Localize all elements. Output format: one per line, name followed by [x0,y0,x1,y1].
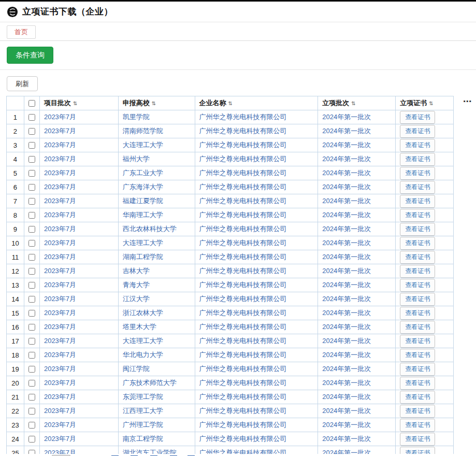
university-cell[interactable]: 福建江夏学院 [119,194,195,208]
approval-batch-cell[interactable]: 2024年第一批次 [318,362,396,376]
row-checkbox[interactable] [28,254,35,261]
project-batch-cell[interactable]: 2023年7月 [40,180,119,194]
view-certificate-button[interactable]: 查看证书 [400,111,435,124]
university-cell[interactable]: 东莞理工学院 [119,390,195,404]
row-checkbox[interactable] [28,184,35,191]
row-checkbox[interactable] [28,352,35,359]
approval-batch-cell[interactable]: 2024年第一批次 [318,292,396,306]
company-cell[interactable]: 广州华之尊光电科技有限公司 [195,292,319,306]
approval-batch-cell[interactable]: 2024年第一批次 [318,418,396,432]
view-certificate-button[interactable]: 查看证书 [400,349,435,362]
approval-batch-cell[interactable]: 2024年第一批次 [318,250,396,264]
header-university[interactable]: 申报高校 ⇅ [119,96,195,110]
university-cell[interactable]: 塔里木大学 [119,320,195,334]
row-checkbox[interactable] [28,296,35,303]
row-checkbox[interactable] [28,394,35,401]
view-certificate-button[interactable]: 查看证书 [400,125,435,138]
view-certificate-button[interactable]: 查看证书 [400,139,435,152]
row-checkbox[interactable] [28,156,35,163]
project-batch-cell[interactable]: 2023年7月 [40,376,119,390]
row-checkbox[interactable] [28,310,35,317]
row-checkbox[interactable] [28,212,35,219]
company-cell[interactable]: 广州华之尊光电科技有限公司 [195,362,319,376]
view-certificate-button[interactable]: 查看证书 [400,335,435,348]
view-certificate-button[interactable]: 查看证书 [400,195,435,208]
company-cell[interactable]: 广州华之尊光电科技有限公司 [195,152,319,166]
university-cell[interactable]: 广州理工学院 [119,418,195,432]
refresh-button[interactable]: 刷新 [7,76,38,91]
project-batch-cell[interactable]: 2023年7月 [40,334,119,348]
approval-batch-cell[interactable]: 2024年第一批次 [318,348,396,362]
university-cell[interactable]: 吉林大学 [119,264,195,278]
project-batch-cell[interactable]: 2023年7月 [40,306,119,320]
view-certificate-button[interactable]: 查看证书 [400,321,435,334]
university-cell[interactable]: 华南理工大学 [119,208,195,222]
view-certificate-button[interactable]: 查看证书 [400,279,435,292]
approval-batch-cell[interactable]: 2024年第一批次 [318,180,396,194]
approval-batch-cell[interactable]: 2024年第一批次 [318,124,396,138]
university-cell[interactable]: 渭南师范学院 [119,124,195,138]
header-company[interactable]: 企业名称 ⇅ [195,96,319,110]
project-batch-cell[interactable]: 2023年7月 [40,432,119,446]
project-batch-cell[interactable]: 2023年7月 [40,362,119,376]
sort-icon[interactable]: ⇅ [73,101,77,106]
project-batch-cell[interactable]: 2023年7月 [40,320,119,334]
company-cell[interactable]: 广州华之尊光电科技有限公司 [195,334,319,348]
company-cell[interactable]: 广州华之尊光电科技有限公司 [195,404,319,418]
view-certificate-button[interactable]: 查看证书 [400,251,435,264]
view-certificate-button[interactable]: 查看证书 [400,223,435,236]
view-certificate-button[interactable]: 查看证书 [400,181,435,194]
view-certificate-button[interactable]: 查看证书 [400,265,435,278]
approval-batch-cell[interactable]: 2024年第一批次 [318,376,396,390]
university-cell[interactable]: 西北农林科技大学 [119,222,195,236]
sort-icon[interactable]: ⇅ [429,101,433,106]
project-batch-cell[interactable]: 2023年7月 [40,138,119,152]
approval-batch-cell[interactable]: 2024年第一批次 [318,390,396,404]
project-batch-cell[interactable]: 2023年7月 [40,250,119,264]
row-checkbox[interactable] [28,198,35,205]
university-cell[interactable]: 广东海洋大学 [119,180,195,194]
project-batch-cell[interactable]: 2023年7月 [40,124,119,138]
company-cell[interactable]: 广州华之尊光电科技有限公司 [195,306,319,320]
approval-batch-cell[interactable]: 2024年第一批次 [318,208,396,222]
view-certificate-button[interactable]: 查看证书 [400,153,435,166]
view-certificate-button[interactable]: 查看证书 [400,405,435,418]
project-batch-cell[interactable]: 2023年7月 [40,292,119,306]
view-certificate-button[interactable]: 查看证书 [400,307,435,320]
row-checkbox[interactable] [28,380,35,387]
university-cell[interactable]: 福州大学 [119,152,195,166]
company-cell[interactable]: 广州华之尊光电科技有限公司 [195,390,319,404]
row-checkbox[interactable] [28,170,35,177]
project-batch-cell[interactable]: 2023年7月 [40,222,119,236]
approval-batch-cell[interactable]: 2024年第一批次 [318,278,396,292]
approval-batch-cell[interactable]: 2024年第一批次 [318,152,396,166]
university-cell[interactable]: 广东工业大学 [119,166,195,180]
sort-icon[interactable]: ⇅ [351,101,355,106]
approval-batch-cell[interactable]: 2024年第一批次 [318,306,396,320]
approval-batch-cell[interactable]: 2024年第一批次 [318,432,396,446]
company-cell[interactable]: 广州华之尊光电科技有限公司 [195,222,319,236]
approval-batch-cell[interactable]: 2024年第一批次 [318,166,396,180]
column-settings-icon[interactable]: ⋯ [463,97,472,106]
project-batch-cell[interactable]: 2023年7月 [40,418,119,432]
company-cell[interactable]: 广州华之尊光电科技有限公司 [195,278,319,292]
header-certificate[interactable]: 立项证书 ⇅ [396,96,454,110]
row-checkbox[interactable] [28,240,35,247]
company-cell[interactable]: 广州华之尊光电科技有限公司 [195,110,319,124]
company-cell[interactable]: 广州华之尊光电科技有限公司 [195,320,319,334]
university-cell[interactable]: 凯里学院 [119,110,195,124]
approval-batch-cell[interactable]: 2024年第一批次 [318,110,396,124]
university-cell[interactable]: 江西理工大学 [119,404,195,418]
view-certificate-button[interactable]: 查看证书 [400,209,435,222]
view-certificate-button[interactable]: 查看证书 [400,433,435,446]
row-checkbox[interactable] [28,436,35,443]
select-all-checkbox[interactable] [28,100,35,107]
sort-icon[interactable]: ⇅ [228,101,233,106]
company-cell[interactable]: 广州华之尊光电科技有限公司 [195,376,319,390]
view-certificate-button[interactable]: 查看证书 [400,419,435,432]
row-checkbox[interactable] [28,324,35,331]
approval-batch-cell[interactable]: 2024年第一批次 [318,194,396,208]
university-cell[interactable]: 青海大学 [119,278,195,292]
company-cell[interactable]: 广州华之尊光电科技有限公司 [195,124,319,138]
company-cell[interactable]: 广州华之尊光电科技有限公司 [195,180,319,194]
